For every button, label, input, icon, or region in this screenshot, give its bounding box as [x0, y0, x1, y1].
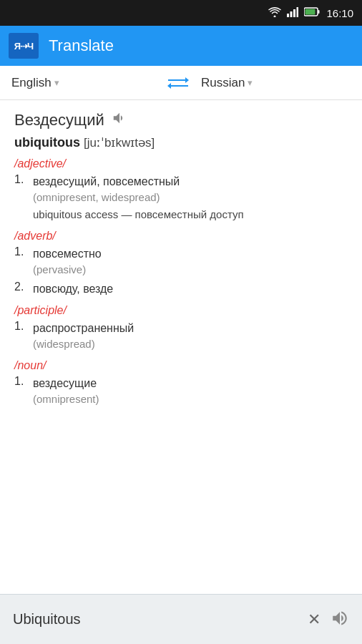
- wifi-icon: [268, 7, 281, 19]
- svg-marker-8: [185, 77, 189, 83]
- definition-item: 1.вездесущие(omnipresent): [14, 375, 348, 407]
- source-language-label: English: [11, 76, 52, 90]
- definition-list: 1.вездесущий, повсеместный(omnipresent, …: [14, 173, 348, 223]
- def-secondary: (omnipresent, widespread): [33, 190, 244, 205]
- def-number: 1.: [14, 320, 29, 352]
- app-bar: Я⇢Ч Translate: [0, 26, 362, 66]
- def-secondary: (widespread): [33, 336, 134, 352]
- status-time: 16:10: [326, 7, 353, 19]
- app-logo: Я⇢Ч: [9, 33, 39, 59]
- svg-rect-2: [293, 9, 295, 17]
- def-main: вездесущий, повсеместный: [33, 175, 180, 187]
- definition-list: 1.распространенный(widespread): [14, 320, 348, 352]
- definitions-sections: /adjective/1.вездесущий, повсеместный(om…: [14, 157, 348, 407]
- status-bar: 16:10: [0, 0, 362, 26]
- svg-rect-5: [318, 10, 320, 14]
- def-secondary: (pervasive): [33, 262, 102, 278]
- target-dropdown-arrow: ▾: [248, 77, 253, 88]
- def-secondary: (omnipresent): [33, 391, 99, 407]
- word-header: Вездесущий: [14, 110, 348, 130]
- pos-label: /noun/: [14, 359, 348, 372]
- def-number: 2.: [14, 280, 29, 297]
- language-bar: English ▾ Russian ▾: [0, 66, 362, 100]
- definition-list: 1.вездесущие(omnipresent): [14, 375, 348, 407]
- source-language[interactable]: English ▾: [11, 76, 161, 90]
- def-main: повсеместно: [33, 248, 102, 260]
- word-phonetic: [juːˈbɪkwɪtəs]: [84, 136, 155, 150]
- def-content: распространенный(widespread): [33, 320, 134, 352]
- def-number: 1.: [14, 375, 29, 407]
- tts-button-bottom[interactable]: [331, 609, 349, 630]
- pos-label: /participle/: [14, 304, 348, 317]
- bottom-word-label: Ubiquitous: [13, 611, 308, 628]
- svg-rect-0: [287, 14, 289, 17]
- definition-item: 1.распространенный(widespread): [14, 320, 348, 352]
- def-example: ubiquitous access — повсеместный доступ: [33, 207, 244, 223]
- def-number: 1.: [14, 173, 29, 223]
- pos-section: /participle/1.распространенный(widesprea…: [14, 304, 348, 352]
- pos-section: /adverb/1.повсеместно(pervasive)2.повсюд…: [14, 230, 348, 297]
- svg-rect-1: [290, 11, 293, 17]
- def-number: 1.: [14, 245, 29, 278]
- pos-section: /adjective/1.вездесущий, повсеместный(om…: [14, 157, 348, 223]
- def-content: повсеместно(pervasive): [33, 245, 102, 278]
- def-main: вездесущие: [33, 377, 97, 389]
- pos-section: /noun/1.вездесущие(omnipresent): [14, 359, 348, 407]
- def-content: вездесущий, повсеместный(omnipresent, wi…: [33, 173, 244, 223]
- target-language-label: Russian: [201, 76, 245, 90]
- swap-languages-button[interactable]: [161, 75, 195, 91]
- signal-icon: [287, 7, 298, 19]
- svg-rect-6: [305, 9, 315, 15]
- target-language[interactable]: Russian ▾: [195, 76, 351, 90]
- def-content: повсюду, везде: [33, 280, 113, 297]
- tts-button-header[interactable]: [112, 110, 127, 130]
- word-english-bold: ubiquitous: [14, 135, 80, 150]
- content-area: Вездесущий ubiquitous [juːˈbɪkwɪtəs] /ad…: [0, 100, 362, 594]
- word-russian: Вездесущий: [14, 111, 104, 130]
- battery-icon: [304, 6, 320, 19]
- svg-rect-3: [297, 7, 299, 17]
- svg-marker-10: [167, 83, 171, 89]
- def-main: повсюду, везде: [33, 283, 113, 295]
- app-title: Translate: [49, 36, 114, 55]
- bottom-bar: Ubiquitous ✕: [0, 594, 362, 644]
- pos-label: /adjective/: [14, 157, 348, 170]
- def-main: распространенный: [33, 322, 134, 334]
- def-content: вездесущие(omnipresent): [33, 375, 99, 407]
- bottom-actions: ✕: [308, 609, 349, 630]
- pos-label: /adverb/: [14, 230, 348, 243]
- definition-item: 1.повсеместно(pervasive): [14, 245, 348, 278]
- close-button[interactable]: ✕: [308, 610, 321, 629]
- status-icons: 16:10: [268, 6, 353, 19]
- source-dropdown-arrow: ▾: [54, 77, 59, 88]
- definition-list: 1.повсеместно(pervasive)2.повсюду, везде: [14, 245, 348, 297]
- definition-item: 2.повсюду, везде: [14, 280, 348, 297]
- word-english: ubiquitous [juːˈbɪkwɪtəs]: [14, 135, 348, 150]
- definition-item: 1.вездесущий, повсеместный(omnipresent, …: [14, 173, 348, 223]
